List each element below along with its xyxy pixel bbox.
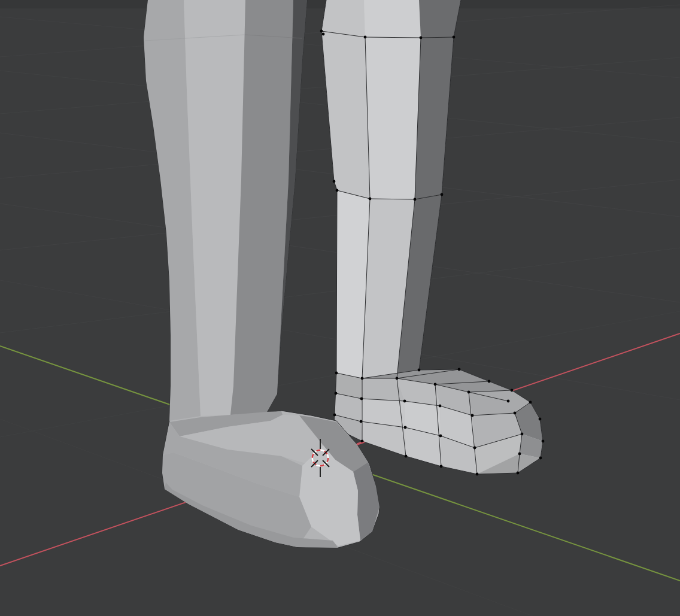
blender-3d-viewport[interactable] — [0, 0, 680, 616]
viewport-canvas[interactable] — [0, 0, 680, 616]
